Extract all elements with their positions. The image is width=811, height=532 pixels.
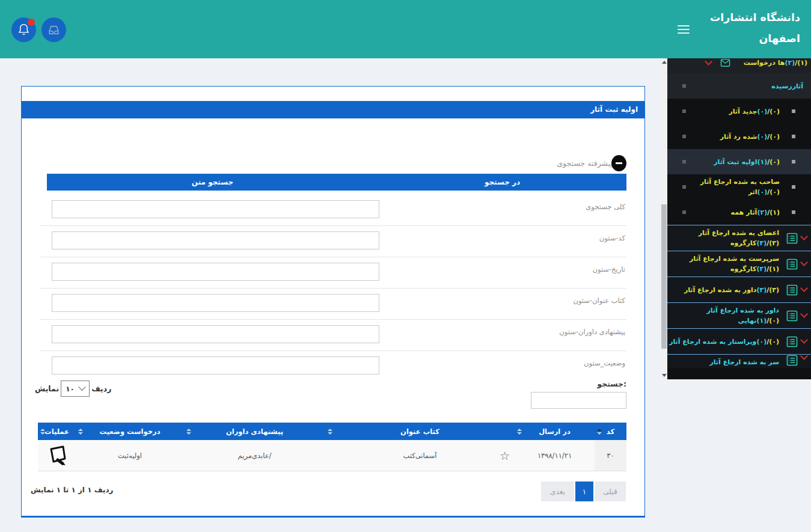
book-title-cell: کتب آسمانی☆ bbox=[325, 440, 515, 471]
sidebar-item-requests[interactable]: درخواست ها(۲)/(۱) bbox=[667, 58, 811, 73]
sidebar-item[interactable]: آثار ارجاع شده به صاحب اثر(۰)/(۰) bbox=[667, 174, 811, 200]
sidebar-referred-list: آثار ارجاع شده به اعضای کارگروه(۳)/(۳)آث… bbox=[667, 225, 811, 368]
sidebar-item-label: همه آثار(۲)/(۱) bbox=[686, 206, 792, 219]
scroll-up-icon[interactable] bbox=[661, 58, 667, 66]
column-header[interactable]: ارسال در bbox=[515, 423, 595, 440]
column-label: داوران پیشنهادی bbox=[226, 427, 283, 436]
search-field-label: ستون-عنوان کتاب bbox=[573, 296, 625, 305]
scrollbar-thumb[interactable] bbox=[661, 204, 667, 349]
sidebar-item[interactable]: آثار جدید(۰)/(۰) bbox=[667, 99, 811, 124]
bullet-icon bbox=[792, 109, 795, 113]
sidebar-item[interactable]: آثار ارجاع شده به سرپرست کارگروه(۲)/(۱) bbox=[667, 251, 811, 277]
sidebar-item[interactable]: آثار ارجاع شده به داور نهایی(۱)/(۰) bbox=[667, 302, 811, 328]
search-column-in: جستجو در bbox=[378, 174, 626, 191]
sort-arrows-icon bbox=[597, 429, 602, 435]
search-label: جستجو: bbox=[531, 379, 626, 388]
column-header[interactable]: عملیات bbox=[38, 423, 76, 440]
bullet-icon bbox=[792, 210, 795, 214]
search-form-row: ستون-عنوان کتاب bbox=[40, 289, 626, 320]
star-icon[interactable]: ☆ bbox=[500, 449, 510, 462]
bullet-icon bbox=[792, 185, 795, 189]
sidebar-item-label: آثار ارجاع شده به ویراستار(۰)/(۰) bbox=[667, 335, 783, 349]
list-icon bbox=[786, 355, 798, 366]
sort-arrows-icon bbox=[186, 429, 191, 435]
column-label: وضعیت درخواست bbox=[99, 427, 160, 436]
chevron-down-icon bbox=[801, 260, 807, 266]
sent-date-cell: ۱۳۹۸/۱۱/۲۱ bbox=[515, 440, 595, 471]
chevron-down-icon bbox=[801, 234, 807, 240]
notification-badge bbox=[28, 19, 35, 26]
search-field-input[interactable] bbox=[52, 325, 379, 343]
table-search-control: جستجو: bbox=[531, 379, 626, 409]
sidebar-item[interactable]: آثار رد شده(۰)/(۰) bbox=[667, 124, 811, 149]
sidebar-received-list: آثار جدید(۰)/(۰)آثار رد شده(۰)/(۰)آثار ث… bbox=[667, 99, 811, 225]
sidebar-item-label: درخواست ها(۲)/(۱) bbox=[744, 59, 807, 67]
column-header[interactable]: کد bbox=[595, 423, 626, 440]
column-label: ارسال در bbox=[539, 427, 571, 436]
menu-toggle-icon[interactable] bbox=[678, 25, 690, 36]
search-field-input[interactable] bbox=[52, 200, 379, 218]
notifications-button[interactable] bbox=[11, 17, 36, 42]
column-header[interactable]: وضعیت درخواست bbox=[76, 423, 184, 440]
sort-arrows-icon bbox=[328, 429, 332, 435]
edit-note-icon[interactable] bbox=[46, 444, 68, 468]
search-form-row: ستون-کد bbox=[40, 226, 626, 257]
collapse-minus-icon[interactable] bbox=[611, 155, 626, 171]
main-panel: آثار ثبت اولیه جستجوی پیشرفته متن جستجو … bbox=[21, 86, 645, 518]
sidebar-item[interactable]: همه آثار(۲)/(۱) bbox=[667, 200, 811, 225]
column-header[interactable]: عنوان کتاب bbox=[325, 423, 515, 440]
bullet-icon bbox=[792, 160, 795, 164]
mail-icon bbox=[720, 58, 730, 67]
sidebar: درخواست ها(۲)/(۱) آثاررسیده آثار جدید(۰)… bbox=[667, 58, 811, 379]
panel-title: آثار ثبت اولیه bbox=[22, 101, 644, 118]
length-prefix-label: نمایش bbox=[35, 384, 59, 393]
column-label: عملیات bbox=[44, 427, 69, 436]
prev-page-button[interactable]: قبلی bbox=[595, 482, 626, 501]
search-field-input[interactable] bbox=[52, 231, 379, 249]
sidebar-item[interactable]: آثار ارجاع شده به اعضای کارگروه(۳)/(۳) bbox=[667, 225, 811, 251]
list-icon bbox=[786, 233, 798, 244]
results-table: عملیاتوضعیت درخواستداوران پیشنهادیعنوان … bbox=[38, 423, 626, 471]
column-header[interactable]: داوران پیشنهادی bbox=[184, 423, 325, 440]
sidebar-scrollbar[interactable] bbox=[661, 58, 667, 379]
app-header: انتشارات دانشگاه اصفهان bbox=[0, 0, 811, 58]
sidebar-item[interactable]: آثار ثبت اولیه(۱)/(۰) bbox=[667, 149, 811, 174]
search-table-header: متن جستجو جستجو در bbox=[47, 174, 626, 191]
list-icon bbox=[786, 258, 798, 270]
next-page-button[interactable]: بعدی bbox=[541, 482, 574, 501]
sort-arrows-icon bbox=[517, 429, 522, 435]
current-page-button[interactable]: ۱ bbox=[575, 482, 593, 501]
search-field-label: جستجوی کلی bbox=[586, 203, 625, 211]
sidebar-item-label: آثار ارجاع شده به داور نهایی(۱)/(۰) bbox=[667, 304, 783, 328]
bullet-icon bbox=[792, 135, 795, 138]
page-size-select[interactable]: ۱۰ bbox=[61, 381, 90, 397]
sidebar-section-received-works[interactable]: آثاررسیده bbox=[667, 73, 811, 99]
page-title: انتشارات دانشگاه اصفهان bbox=[710, 7, 800, 49]
search-input[interactable] bbox=[531, 392, 626, 409]
scroll-down-icon[interactable] bbox=[661, 371, 667, 379]
search-field-input[interactable] bbox=[52, 356, 379, 375]
page-length-control: نمایش ۱۰ ردیف bbox=[35, 381, 111, 397]
chevron-down-icon bbox=[801, 337, 807, 343]
search-field-input[interactable] bbox=[52, 294, 379, 312]
column-label: عنوان کتاب bbox=[400, 427, 439, 436]
sidebar-item[interactable]: آثار ارجاع شده به داور(۳)/(۳) bbox=[667, 277, 811, 302]
list-icon bbox=[786, 284, 798, 296]
table-row: ثبت اولیهمریم عابدی/کتب آسمانی☆۱۳۹۸/۱۱/۲… bbox=[38, 440, 626, 471]
messages-button[interactable] bbox=[41, 17, 66, 42]
table-header-row: عملیاتوضعیت درخواستداوران پیشنهادیعنوان … bbox=[38, 423, 626, 440]
chevron-down-icon bbox=[801, 354, 807, 359]
search-field-input[interactable] bbox=[52, 263, 379, 281]
sidebar-item[interactable]: آثار ارجاع شده به سر bbox=[667, 354, 811, 368]
sort-arrows-icon bbox=[40, 429, 45, 435]
reviewers-cell: مریم عابدی/ bbox=[184, 440, 325, 471]
sidebar-section-label: آثاررسیده bbox=[686, 82, 811, 90]
actions-cell bbox=[38, 440, 76, 471]
search-form-row: جستجوی کلی bbox=[40, 195, 626, 226]
search-field-label: ستون-تاریخ bbox=[592, 265, 625, 274]
pagination: بعدی ۱ قبلی bbox=[541, 482, 626, 501]
advanced-search-form: جستجوی کلیستون-کدستون-تاریخستون-عنوان کت… bbox=[40, 195, 626, 382]
sidebar-item[interactable]: آثار ارجاع شده به ویراستار(۰)/(۰) bbox=[667, 328, 811, 354]
search-form-row: ستون-داوران پیشنهادی bbox=[40, 320, 626, 351]
list-icon bbox=[786, 310, 798, 322]
